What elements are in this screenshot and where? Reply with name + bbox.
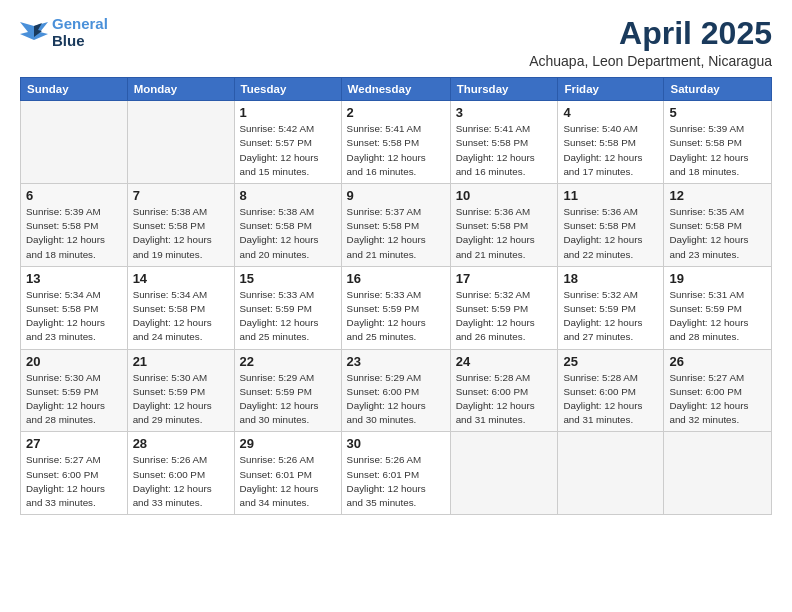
day-info: Sunrise: 5:28 AMSunset: 6:00 PMDaylight:… [456,371,553,428]
day-number: 5 [669,105,766,120]
month-title: April 2025 [529,16,772,51]
location-title: Achuapa, Leon Department, Nicaragua [529,53,772,69]
day-number: 22 [240,354,336,369]
table-row: 16Sunrise: 5:33 AMSunset: 5:59 PMDayligh… [341,266,450,349]
day-number: 11 [563,188,658,203]
day-number: 7 [133,188,229,203]
day-number: 9 [347,188,445,203]
table-row [558,432,664,515]
table-row: 27Sunrise: 5:27 AMSunset: 6:00 PMDayligh… [21,432,128,515]
header-thursday: Thursday [450,78,558,101]
day-info: Sunrise: 5:42 AMSunset: 5:57 PMDaylight:… [240,122,336,179]
day-number: 25 [563,354,658,369]
table-row: 12Sunrise: 5:35 AMSunset: 5:58 PMDayligh… [664,184,772,267]
table-row: 15Sunrise: 5:33 AMSunset: 5:59 PMDayligh… [234,266,341,349]
day-info: Sunrise: 5:32 AMSunset: 5:59 PMDaylight:… [456,288,553,345]
day-number: 16 [347,271,445,286]
day-info: Sunrise: 5:40 AMSunset: 5:58 PMDaylight:… [563,122,658,179]
day-number: 14 [133,271,229,286]
table-row: 5Sunrise: 5:39 AMSunset: 5:58 PMDaylight… [664,101,772,184]
day-number: 19 [669,271,766,286]
day-info: Sunrise: 5:36 AMSunset: 5:58 PMDaylight:… [456,205,553,262]
day-number: 26 [669,354,766,369]
logo-text: General Blue [52,16,108,49]
title-block: April 2025 Achuapa, Leon Department, Nic… [529,16,772,69]
day-info: Sunrise: 5:26 AMSunset: 6:01 PMDaylight:… [347,453,445,510]
day-number: 6 [26,188,122,203]
day-info: Sunrise: 5:26 AMSunset: 6:00 PMDaylight:… [133,453,229,510]
calendar-week-row: 27Sunrise: 5:27 AMSunset: 6:00 PMDayligh… [21,432,772,515]
calendar-week-row: 1Sunrise: 5:42 AMSunset: 5:57 PMDaylight… [21,101,772,184]
table-row: 14Sunrise: 5:34 AMSunset: 5:58 PMDayligh… [127,266,234,349]
day-info: Sunrise: 5:28 AMSunset: 6:00 PMDaylight:… [563,371,658,428]
day-info: Sunrise: 5:35 AMSunset: 5:58 PMDaylight:… [669,205,766,262]
calendar-week-row: 6Sunrise: 5:39 AMSunset: 5:58 PMDaylight… [21,184,772,267]
table-row: 4Sunrise: 5:40 AMSunset: 5:58 PMDaylight… [558,101,664,184]
table-row: 21Sunrise: 5:30 AMSunset: 5:59 PMDayligh… [127,349,234,432]
table-row: 29Sunrise: 5:26 AMSunset: 6:01 PMDayligh… [234,432,341,515]
table-row: 22Sunrise: 5:29 AMSunset: 5:59 PMDayligh… [234,349,341,432]
day-number: 20 [26,354,122,369]
table-row: 28Sunrise: 5:26 AMSunset: 6:00 PMDayligh… [127,432,234,515]
calendar-table: Sunday Monday Tuesday Wednesday Thursday… [20,77,772,515]
logo: General Blue [20,16,108,49]
day-info: Sunrise: 5:29 AMSunset: 5:59 PMDaylight:… [240,371,336,428]
table-row: 17Sunrise: 5:32 AMSunset: 5:59 PMDayligh… [450,266,558,349]
day-number: 10 [456,188,553,203]
header-friday: Friday [558,78,664,101]
day-info: Sunrise: 5:29 AMSunset: 6:00 PMDaylight:… [347,371,445,428]
header-tuesday: Tuesday [234,78,341,101]
day-info: Sunrise: 5:33 AMSunset: 5:59 PMDaylight:… [347,288,445,345]
table-row: 10Sunrise: 5:36 AMSunset: 5:58 PMDayligh… [450,184,558,267]
day-info: Sunrise: 5:36 AMSunset: 5:58 PMDaylight:… [563,205,658,262]
table-row: 18Sunrise: 5:32 AMSunset: 5:59 PMDayligh… [558,266,664,349]
day-number: 12 [669,188,766,203]
day-info: Sunrise: 5:32 AMSunset: 5:59 PMDaylight:… [563,288,658,345]
day-info: Sunrise: 5:41 AMSunset: 5:58 PMDaylight:… [347,122,445,179]
table-row [127,101,234,184]
day-info: Sunrise: 5:27 AMSunset: 6:00 PMDaylight:… [669,371,766,428]
day-number: 24 [456,354,553,369]
table-row: 3Sunrise: 5:41 AMSunset: 5:58 PMDaylight… [450,101,558,184]
day-info: Sunrise: 5:34 AMSunset: 5:58 PMDaylight:… [133,288,229,345]
table-row: 8Sunrise: 5:38 AMSunset: 5:58 PMDaylight… [234,184,341,267]
day-number: 30 [347,436,445,451]
table-row: 20Sunrise: 5:30 AMSunset: 5:59 PMDayligh… [21,349,128,432]
day-info: Sunrise: 5:27 AMSunset: 6:00 PMDaylight:… [26,453,122,510]
day-info: Sunrise: 5:33 AMSunset: 5:59 PMDaylight:… [240,288,336,345]
page: General Blue April 2025 Achuapa, Leon De… [0,0,792,612]
day-info: Sunrise: 5:41 AMSunset: 5:58 PMDaylight:… [456,122,553,179]
day-number: 21 [133,354,229,369]
day-info: Sunrise: 5:39 AMSunset: 5:58 PMDaylight:… [26,205,122,262]
table-row: 6Sunrise: 5:39 AMSunset: 5:58 PMDaylight… [21,184,128,267]
table-row [664,432,772,515]
table-row: 7Sunrise: 5:38 AMSunset: 5:58 PMDaylight… [127,184,234,267]
header-monday: Monday [127,78,234,101]
day-number: 23 [347,354,445,369]
day-info: Sunrise: 5:30 AMSunset: 5:59 PMDaylight:… [133,371,229,428]
day-number: 15 [240,271,336,286]
table-row [450,432,558,515]
day-info: Sunrise: 5:38 AMSunset: 5:58 PMDaylight:… [133,205,229,262]
table-row: 30Sunrise: 5:26 AMSunset: 6:01 PMDayligh… [341,432,450,515]
table-row: 19Sunrise: 5:31 AMSunset: 5:59 PMDayligh… [664,266,772,349]
table-row: 23Sunrise: 5:29 AMSunset: 6:00 PMDayligh… [341,349,450,432]
day-number: 29 [240,436,336,451]
day-info: Sunrise: 5:34 AMSunset: 5:58 PMDaylight:… [26,288,122,345]
day-info: Sunrise: 5:26 AMSunset: 6:01 PMDaylight:… [240,453,336,510]
day-number: 17 [456,271,553,286]
table-row: 24Sunrise: 5:28 AMSunset: 6:00 PMDayligh… [450,349,558,432]
table-row: 13Sunrise: 5:34 AMSunset: 5:58 PMDayligh… [21,266,128,349]
day-number: 1 [240,105,336,120]
header-saturday: Saturday [664,78,772,101]
header-sunday: Sunday [21,78,128,101]
day-number: 27 [26,436,122,451]
logo-icon [20,22,48,44]
day-info: Sunrise: 5:37 AMSunset: 5:58 PMDaylight:… [347,205,445,262]
table-row: 9Sunrise: 5:37 AMSunset: 5:58 PMDaylight… [341,184,450,267]
header: General Blue April 2025 Achuapa, Leon De… [20,16,772,69]
day-number: 8 [240,188,336,203]
day-number: 18 [563,271,658,286]
header-wednesday: Wednesday [341,78,450,101]
day-number: 3 [456,105,553,120]
